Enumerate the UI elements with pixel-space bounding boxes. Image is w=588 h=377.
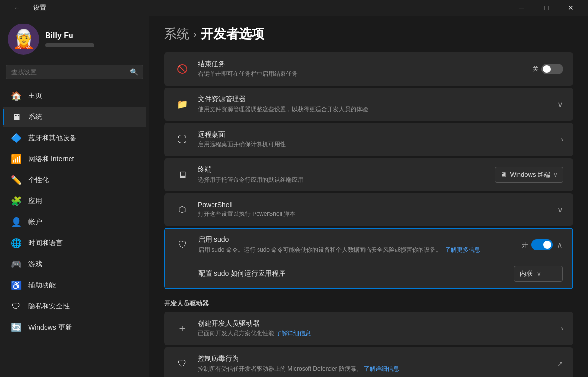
chevron-down-file-explorer: ∨ — [557, 100, 563, 109]
sudo-toggle-label: 开 — [522, 240, 528, 249]
content-area: 系统 › 开发者选项 🚫 结束任务 右键单击即可在任务栏中启用结束任务 关 📁 … — [149, 16, 588, 377]
search-input[interactable] — [11, 69, 126, 76]
dev-drivers-section: 开发人员驱动器 + 创建开发人员驱动器 已面向开发人员方案优化性能 了解详细信息… — [164, 299, 573, 377]
setting-item-file-explorer[interactable]: 📁 文件资源管理器 使用文件资源管理器调整这些设置，以获得更适合开发人员的体验 … — [164, 88, 573, 121]
avatar: 🧝 — [8, 24, 39, 55]
dev-driver-item-create-driver[interactable]: + 创建开发人员驱动器 已面向开发人员方案优化性能 了解详细信息 › — [164, 312, 573, 345]
setting-text-remote-desktop: 远程桌面 启用远程桌面并确保计算机可用性 — [198, 130, 561, 149]
setting-icon-terminal: 🖥 — [174, 167, 190, 183]
user-info: Billy Fu — [45, 31, 94, 47]
setting-title-powershell: PowerShell — [198, 201, 557, 209]
dev-driver-item-antivirus[interactable]: 🛡 控制病毒行为 控制所有受信任开发者驱动器上的 Microsoft Defen… — [164, 347, 573, 377]
nav-label-network: 网络和 Internet — [28, 155, 74, 164]
sudo-section[interactable]: 🛡 启用 sudo 启用 sudo 命令。运行 sudo 命令可能会使你的设备和… — [164, 228, 573, 289]
sidebar-item-accessibility[interactable]: ♿ 辅助功能 — [3, 275, 146, 296]
driver-link-antivirus[interactable]: 了解详细信息 — [364, 365, 399, 372]
driver-control-create-driver: › — [561, 324, 563, 333]
minimize-button[interactable]: ─ — [511, 0, 533, 16]
nav-label-accounts: 帐户 — [28, 218, 42, 227]
driver-icon-create-driver: + — [174, 321, 190, 336]
back-button[interactable]: ← — [6, 0, 28, 16]
user-name: Billy Fu — [45, 31, 94, 40]
nav-label-bluetooth: 蓝牙和其他设备 — [28, 134, 76, 142]
sudo-sub-row: 配置 sudo 如何运行应用程序 内联 ∨ — [165, 261, 572, 288]
dev-drivers-heading: 开发人员驱动器 — [164, 299, 573, 308]
nav-icon-games: 🎮 — [11, 259, 22, 270]
chevron-right-create-driver: › — [561, 324, 563, 333]
sudo-desc: 启用 sudo 命令。运行 sudo 命令可能会使你的设备和个人数据面临安全风险… — [198, 246, 522, 254]
sudo-learn-more-link[interactable]: 了解更多信息 — [445, 246, 480, 253]
sidebar-item-update[interactable]: 🔄 Windows 更新 — [3, 317, 146, 338]
nav-label-games: 游戏 — [28, 260, 42, 269]
driver-control-antivirus: ↗ — [557, 360, 563, 368]
toggle-container-end-task: 关 — [532, 64, 563, 74]
toggle-end-task[interactable] — [541, 64, 563, 74]
sidebar-item-network[interactable]: 📶 网络和 Internet — [3, 149, 146, 169]
setting-item-end-task[interactable]: 🚫 结束任务 右键单击即可在任务栏中启用结束任务 关 — [164, 52, 573, 86]
close-button[interactable]: ✕ — [560, 0, 582, 16]
terminal-icon-terminal: 🖥 — [500, 171, 507, 179]
nav-icon-accounts: 👤 — [11, 217, 22, 228]
driver-link-create-driver[interactable]: 了解详细信息 — [276, 330, 311, 337]
setting-icon-end-task: 🚫 — [174, 61, 190, 77]
sudo-main-row[interactable]: 🛡 启用 sudo 启用 sudo 命令。运行 sudo 命令可能会使你的设备和… — [165, 229, 572, 261]
setting-icon-powershell: ⬡ — [174, 202, 190, 217]
setting-desc-end-task: 右键单击即可在任务栏中启用结束任务 — [198, 70, 532, 78]
sidebar-item-privacy[interactable]: 🛡 隐私和安全性 — [3, 296, 146, 317]
terminal-label-terminal: Windows 终端 — [510, 170, 550, 179]
sidebar-item-system[interactable]: 🖥 系统 — [3, 107, 146, 127]
sudo-text: 启用 sudo 启用 sudo 命令。运行 sudo 命令可能会使你的设备和个人… — [198, 236, 522, 254]
nav-label-apps: 应用 — [28, 197, 42, 206]
sidebar-item-personalize[interactable]: ✏️ 个性化 — [3, 170, 146, 190]
nav-label-privacy: 隐私和安全性 — [28, 302, 70, 311]
chevron-down-powershell: ∨ — [557, 205, 563, 214]
setting-title-terminal: 终端 — [198, 165, 495, 174]
sudo-title: 启用 sudo — [198, 236, 522, 244]
setting-desc-terminal: 选择用于托管命令行应用的默认终端应用 — [198, 176, 495, 184]
setting-text-file-explorer: 文件资源管理器 使用文件资源管理器调整这些设置，以获得更适合开发人员的体验 — [198, 95, 557, 114]
nav-label-update: Windows 更新 — [28, 323, 72, 332]
sudo-dropdown[interactable]: 内联 ∨ — [514, 266, 563, 282]
setting-icon-remote-desktop: ⛶ — [174, 132, 190, 147]
breadcrumb: 系统 › 开发者选项 — [164, 25, 573, 43]
nav-label-accessibility: 辅助功能 — [28, 281, 56, 290]
nav-icon-network: 📶 — [11, 154, 22, 165]
sidebar-item-accounts[interactable]: 👤 帐户 — [3, 212, 146, 233]
nav-icon-personalize: ✏️ — [11, 175, 22, 186]
sidebar-item-games[interactable]: 🎮 游戏 — [3, 254, 146, 275]
sidebar-item-time[interactable]: 🌐 时间和语言 — [3, 233, 146, 254]
driver-desc-create-driver: 已面向开发人员方案优化性能 了解详细信息 — [198, 330, 561, 338]
nav-label-personalize: 个性化 — [28, 176, 49, 185]
setting-title-remote-desktop: 远程桌面 — [198, 130, 561, 139]
titlebar-title: 设置 — [33, 3, 46, 12]
setting-item-terminal[interactable]: 🖥 终端 选择用于托管命令行应用的默认终端应用 🖥 Windows 终端 ∨ — [164, 158, 573, 191]
nav-icon-accessibility: ♿ — [11, 280, 22, 291]
setting-control-end-task: 关 — [532, 64, 563, 74]
terminal-select-terminal[interactable]: 🖥 Windows 终端 ∨ — [495, 167, 563, 183]
nav-label-home: 主页 — [28, 92, 42, 100]
setting-item-remote-desktop[interactable]: ⛶ 远程桌面 启用远程桌面并确保计算机可用性 › — [164, 123, 573, 156]
sidebar-item-apps[interactable]: 🧩 应用 — [3, 191, 146, 212]
maximize-button[interactable]: □ — [535, 0, 558, 16]
driver-text-create-driver: 创建开发人员驱动器 已面向开发人员方案优化性能 了解详细信息 — [198, 319, 561, 338]
setting-desc-powershell: 打开这些设置以执行 PowerShell 脚本 — [198, 210, 557, 218]
settings-list: 🚫 结束任务 右键单击即可在任务栏中启用结束任务 关 📁 文件资源管理器 使用文… — [164, 52, 573, 226]
nav-icon-system: 🖥 — [11, 112, 22, 122]
nav-icon-bluetooth: 🔷 — [11, 133, 22, 143]
sidebar: 🧝 Billy Fu 🔍 🏠 主页 🖥 系统 🔷 蓝牙和其他设备 📶 网络和 I… — [0, 16, 149, 377]
sudo-dropdown-label: 内联 — [520, 269, 533, 278]
setting-control-terminal: 🖥 Windows 终端 ∨ — [495, 167, 563, 183]
titlebar: ← 设置 ─ □ ✕ — [0, 0, 588, 16]
sidebar-item-bluetooth[interactable]: 🔷 蓝牙和其他设备 — [3, 128, 146, 148]
driver-title-create-driver: 创建开发人员驱动器 — [198, 319, 561, 328]
titlebar-left: ← 设置 — [6, 0, 46, 16]
search-box[interactable]: 🔍 — [6, 65, 143, 79]
sidebar-item-home[interactable]: 🏠 主页 — [3, 86, 146, 106]
terminal-dropdown-arrow: ∨ — [553, 171, 558, 178]
sudo-icon: 🛡 — [175, 237, 190, 253]
setting-item-powershell[interactable]: ⬡ PowerShell 打开这些设置以执行 PowerShell 脚本 ∨ — [164, 193, 573, 226]
sudo-toggle[interactable] — [531, 239, 553, 250]
setting-text-end-task: 结束任务 右键单击即可在任务栏中启用结束任务 — [198, 60, 532, 78]
user-profile[interactable]: 🧝 Billy Fu — [0, 16, 149, 61]
driver-icon-antivirus: 🛡 — [174, 356, 190, 372]
